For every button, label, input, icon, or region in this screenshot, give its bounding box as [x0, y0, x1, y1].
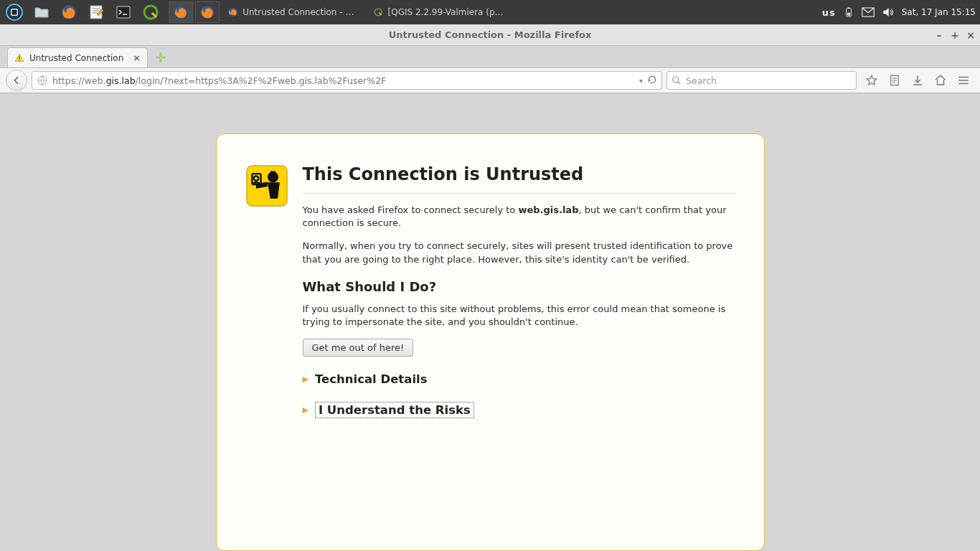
- qgis-launcher[interactable]: [138, 1, 163, 23]
- taskbar: Untrusted Connection - Mo... [QGIS 2.2.9…: [169, 1, 511, 23]
- toolbar-actions: [861, 74, 974, 87]
- url-dropdown-icon[interactable]: ▾: [639, 77, 643, 85]
- search-placeholder: Search: [686, 75, 717, 86]
- url-domain: gis.lab: [106, 75, 136, 86]
- system-panel: Untrusted Connection - Mo... [QGIS 2.2.9…: [0, 0, 980, 24]
- taskbar-item-untrusted[interactable]: Untrusted Connection - Mo...: [222, 1, 365, 23]
- menu-icon[interactable]: [957, 74, 970, 87]
- window-controls: – + ×: [934, 30, 976, 40]
- system-tray: us Sat, 17 Jan 15:15: [822, 6, 976, 19]
- svg-rect-13: [847, 13, 850, 16]
- chevron-right-icon: ▶: [303, 405, 308, 415]
- url-pre: https://web.: [52, 75, 106, 86]
- downloads-icon[interactable]: [911, 74, 924, 87]
- window-title: Untrusted Connection - Mozilla Firefox: [0, 29, 980, 40]
- menu-launcher[interactable]: [2, 1, 27, 23]
- minimize-button[interactable]: –: [934, 30, 944, 40]
- svg-rect-22: [270, 171, 275, 174]
- back-button[interactable]: [6, 70, 27, 91]
- datetime[interactable]: Sat, 17 Jan 15:15: [902, 7, 976, 17]
- svg-rect-2: [12, 10, 17, 15]
- svg-rect-15: [19, 56, 19, 59]
- tab-strip: Untrusted Connection ×: [0, 46, 980, 67]
- panel-launchers: [2, 1, 166, 23]
- globe-icon: [37, 75, 48, 86]
- firefox-launcher[interactable]: [57, 1, 81, 23]
- volume-icon[interactable]: [882, 6, 895, 19]
- files-launcher[interactable]: [29, 1, 54, 23]
- page-content: This Connection is Untrusted You have as…: [0, 93, 980, 551]
- error-heading: This Connection is Untrusted: [303, 164, 735, 194]
- svg-rect-16: [19, 60, 19, 60]
- svg-rect-12: [847, 7, 849, 8]
- taskbar-item-qgis[interactable]: [QGIS 2.2.99-Valmiera (ppa:...: [367, 1, 511, 23]
- tab-untrusted[interactable]: Untrusted Connection ×: [7, 47, 148, 67]
- technical-details-label: Technical Details: [315, 372, 428, 386]
- nav-toolbar: https://web.gis.lab/login/?next=https%3A…: [0, 67, 980, 93]
- search-bar[interactable]: Search: [666, 71, 857, 90]
- url-post: /login/?next=https%3A%2F%2Fweb.gis.lab%2…: [136, 75, 387, 86]
- reading-list-icon[interactable]: [888, 74, 901, 87]
- expander-group: ▶ Technical Details ▶ I Understand the R…: [303, 372, 735, 418]
- url-bar[interactable]: https://web.gis.lab/login/?next=https%3A…: [32, 71, 662, 90]
- battery-icon[interactable]: [843, 6, 854, 18]
- warning-badge-icon: [245, 164, 288, 207]
- mail-icon[interactable]: [862, 7, 875, 17]
- error-subheading: What Should I Do?: [303, 279, 735, 294]
- error-paragraph-3: If you usually connect to this site with…: [303, 303, 735, 329]
- window-title-bar: Untrusted Connection - Mozilla Firefox –…: [0, 24, 980, 46]
- taskbar-label-untrusted: Untrusted Connection - Mo...: [242, 7, 359, 17]
- technical-details-expander[interactable]: ▶ Technical Details: [303, 372, 735, 386]
- new-tab-button[interactable]: [153, 50, 169, 65]
- taskbar-label-qgis: [QGIS 2.2.99-Valmiera (ppa:...: [388, 7, 505, 17]
- chevron-right-icon: ▶: [303, 375, 308, 384]
- close-tab-icon[interactable]: ×: [133, 52, 141, 63]
- taskbar-item-firefox-2[interactable]: [195, 1, 220, 23]
- get-out-button[interactable]: Get me out of here!: [303, 339, 414, 357]
- close-button[interactable]: ×: [966, 30, 976, 40]
- maximize-button[interactable]: +: [950, 30, 960, 40]
- taskbar-item-firefox-1[interactable]: [169, 1, 193, 23]
- reload-icon[interactable]: [647, 75, 657, 87]
- untrusted-connection-card: This Connection is Untrusted You have as…: [216, 133, 765, 551]
- keyboard-layout-indicator[interactable]: us: [822, 7, 836, 18]
- error-paragraph-1: You have asked Firefox to connect secure…: [303, 204, 735, 230]
- search-icon: [672, 75, 682, 85]
- understand-risks-label: I Understand the Risks: [315, 402, 474, 418]
- error-body: This Connection is Untrusted You have as…: [303, 164, 735, 434]
- svg-rect-5: [117, 6, 130, 18]
- terminal-launcher[interactable]: [111, 1, 136, 23]
- error-paragraph-2: Normally, when you try to connect secure…: [303, 240, 735, 265]
- understand-risks-expander[interactable]: ▶ I Understand the Risks: [303, 402, 735, 418]
- editor-launcher[interactable]: [84, 1, 108, 23]
- warning-icon: [14, 53, 24, 63]
- svg-point-18: [673, 77, 679, 83]
- home-icon[interactable]: [934, 74, 947, 87]
- tab-label: Untrusted Connection: [29, 53, 123, 63]
- bookmark-star-icon[interactable]: [865, 74, 878, 87]
